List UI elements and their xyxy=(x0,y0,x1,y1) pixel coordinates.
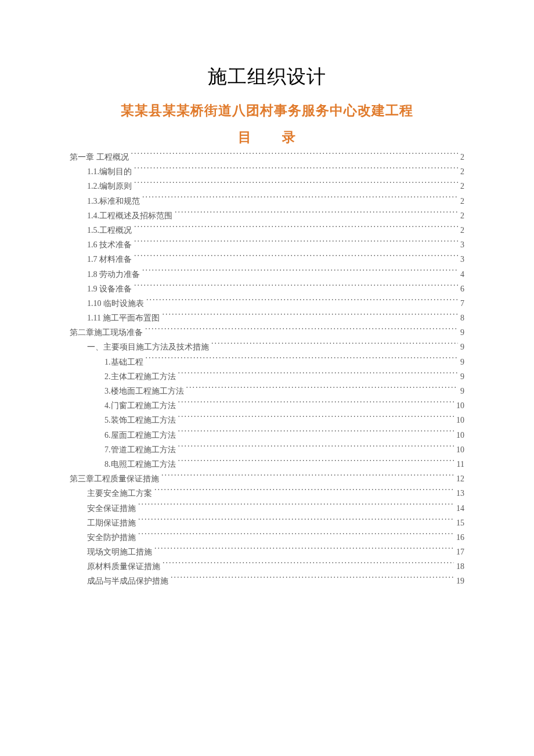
toc-entry-label: 1.2.编制原则 xyxy=(87,179,132,193)
toc-entry-label: 1.8 劳动力准备 xyxy=(87,267,140,282)
toc-entry-page: 7 xyxy=(460,296,464,311)
toc-entry[interactable]: 工期保证措施15 xyxy=(70,516,464,530)
toc-entry-label: 1.7 材料准备 xyxy=(87,252,132,267)
toc-entry[interactable]: 1.6 技术准备3 xyxy=(70,237,464,252)
toc-leader-dots xyxy=(134,181,458,189)
toc-leader-dots xyxy=(178,371,459,379)
toc-entry-label: 7.管道工程施工方法 xyxy=(104,442,176,457)
toc-entry-page: 19 xyxy=(456,574,464,588)
toc-entry-page: 9 xyxy=(460,369,464,384)
toc-leader-dots xyxy=(211,341,458,350)
toc-entry-label: 现场文明施工措施 xyxy=(87,545,152,559)
toc-entry[interactable]: 一、主要项目施工方法及技术措施9 xyxy=(70,340,464,354)
toc-entry[interactable]: 1.3.标准和规范2 xyxy=(70,194,464,208)
toc-leader-dots xyxy=(178,444,454,452)
toc-entry-label: 1.11 施工平面布置图 xyxy=(87,311,160,325)
toc-entry[interactable]: 原材料质量保证措施18 xyxy=(70,559,464,574)
toc-leader-dots xyxy=(142,196,458,204)
toc-entry[interactable]: 现场文明施工措施17 xyxy=(70,545,464,559)
toc-leader-dots xyxy=(131,152,459,160)
toc-entry[interactable]: 1.5.工程概况2 xyxy=(70,223,464,237)
toc-entry-page: 9 xyxy=(460,340,464,354)
table-of-contents: 第一章 工程概况21.1.编制目的21.2.编制原则21.3.标准和规范21.4… xyxy=(70,150,464,589)
toc-entry-page: 10 xyxy=(456,442,464,457)
toc-leader-dots xyxy=(161,473,454,481)
toc-leader-dots xyxy=(138,503,454,511)
toc-entry[interactable]: 1.11 施工平面布置图8 xyxy=(70,311,464,325)
toc-entry[interactable]: 主要安全施工方案13 xyxy=(70,486,464,501)
toc-entry[interactable]: 4.门窗工程施工方法10 xyxy=(70,398,464,413)
toc-entry-label: 1.10 临时设施表 xyxy=(87,296,144,311)
sub-title: 某某县某某桥街道八团村事务服务中心改建工程 xyxy=(70,102,464,120)
toc-entry-label: 1.6 技术准备 xyxy=(87,237,132,252)
toc-entry-label: 成品与半成品保护措施 xyxy=(87,574,168,588)
toc-entry-page: 16 xyxy=(456,530,464,545)
toc-leader-dots xyxy=(175,210,458,218)
toc-entry-page: 2 xyxy=(460,164,464,179)
toc-entry[interactable]: 6.屋面工程施工方法10 xyxy=(70,428,464,442)
toc-entry[interactable]: 1.7 材料准备3 xyxy=(70,252,464,267)
toc-entry-page: 18 xyxy=(456,559,464,574)
toc-leader-dots xyxy=(134,166,458,174)
toc-entry-page: 10 xyxy=(456,428,464,442)
toc-entry-page: 4 xyxy=(460,267,464,282)
toc-entry-page: 10 xyxy=(456,398,464,413)
toc-entry-label: 3.楼地面工程施工方法 xyxy=(104,384,184,398)
toc-entry-page: 2 xyxy=(460,150,464,164)
toc-entry[interactable]: 第三章工程质量保证措施12 xyxy=(70,471,464,486)
toc-entry[interactable]: 5.装饰工程施工方法10 xyxy=(70,413,464,427)
toc-entry[interactable]: 1.10 临时设施表7 xyxy=(70,296,464,311)
toc-entry-page: 15 xyxy=(456,516,464,530)
main-title: 施工组织设计 xyxy=(70,64,464,90)
toc-entry[interactable]: 1.9 设备准备6 xyxy=(70,282,464,296)
toc-leader-dots xyxy=(162,312,458,321)
toc-entry[interactable]: 1.4.工程概述及招标范围2 xyxy=(70,208,464,223)
toc-entry-page: 9 xyxy=(460,355,464,369)
toc-entry-page: 3 xyxy=(460,252,464,267)
toc-entry-label: 1.5.工程概况 xyxy=(87,223,132,237)
toc-entry[interactable]: 8.电照工程施工方法11 xyxy=(70,457,464,471)
toc-leader-dots xyxy=(163,561,454,569)
toc-leader-dots xyxy=(145,327,458,335)
toc-entry-label: 1.基础工程 xyxy=(104,355,143,369)
toc-entry[interactable]: 1.2.编制原则2 xyxy=(70,179,464,193)
toc-entry[interactable]: 第二章施工现场准备9 xyxy=(70,325,464,340)
toc-entry-page: 9 xyxy=(460,384,464,398)
toc-entry-page: 13 xyxy=(456,486,464,501)
toc-leader-dots xyxy=(134,254,458,262)
toc-leader-dots xyxy=(171,575,454,584)
toc-entry-label: 2.主体工程施工方法 xyxy=(104,369,176,384)
toc-entry[interactable]: 2.主体工程施工方法9 xyxy=(70,369,464,384)
toc-leader-dots xyxy=(142,269,458,277)
toc-entry-label: 一、主要项目施工方法及技术措施 xyxy=(87,340,209,354)
toc-heading: 目录 xyxy=(70,128,464,146)
toc-entry-page: 2 xyxy=(460,179,464,193)
toc-entry-page: 12 xyxy=(456,471,464,486)
toc-leader-dots xyxy=(186,386,459,394)
toc-entry[interactable]: 3.楼地面工程施工方法9 xyxy=(70,384,464,398)
toc-entry[interactable]: 安全保证措施14 xyxy=(70,501,464,516)
toc-leader-dots xyxy=(178,400,454,408)
toc-entry-page: 2 xyxy=(460,208,464,223)
toc-entry[interactable]: 1.8 劳动力准备4 xyxy=(70,267,464,282)
toc-leader-dots xyxy=(154,546,454,555)
toc-entry-page: 6 xyxy=(460,282,464,296)
toc-leader-dots xyxy=(146,357,459,365)
toc-entry[interactable]: 7.管道工程施工方法10 xyxy=(70,442,464,457)
toc-entry-label: 第三章工程质量保证措施 xyxy=(70,471,159,486)
toc-entry-label: 安全保证措施 xyxy=(87,501,136,516)
toc-entry-label: 6.屋面工程施工方法 xyxy=(104,428,176,442)
toc-entry-label: 1.9 设备准备 xyxy=(87,282,132,296)
toc-entry-label: 1.1.编制目的 xyxy=(87,164,132,179)
toc-entry[interactable]: 安全防护措施16 xyxy=(70,530,464,545)
toc-leader-dots xyxy=(146,298,458,306)
toc-entry[interactable]: 第一章 工程概况2 xyxy=(70,150,464,164)
toc-entry[interactable]: 成品与半成品保护措施19 xyxy=(70,574,464,588)
toc-entry-page: 9 xyxy=(460,325,464,340)
toc-entry-label: 第一章 工程概况 xyxy=(70,150,129,164)
toc-heading-right: 录 xyxy=(282,129,296,145)
toc-entry[interactable]: 1.基础工程9 xyxy=(70,355,464,369)
toc-entry-page: 11 xyxy=(457,457,464,471)
toc-entry[interactable]: 1.1.编制目的2 xyxy=(70,164,464,179)
toc-entry-page: 2 xyxy=(460,194,464,208)
